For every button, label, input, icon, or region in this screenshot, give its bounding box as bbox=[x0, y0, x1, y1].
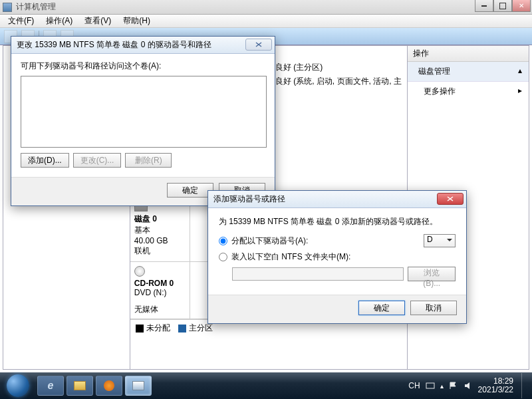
cdrom-name: CD-ROM 0 bbox=[134, 279, 186, 288]
tray-chevron-icon[interactable]: ▴ bbox=[440, 382, 444, 390]
titlebar[interactable]: 计算机管理 bbox=[0, 0, 532, 15]
close-button[interactable] bbox=[512, 0, 531, 12]
dialog2-title: 添加驱动器号或路径 bbox=[213, 194, 285, 205]
browse-button: 浏览(B)... bbox=[408, 267, 456, 281]
dialog1-title: 更改 15339 MB NTFS 简单卷 磁盘 0 的驱动器号和路径 bbox=[17, 39, 211, 51]
disk-0-info: 磁盘 0 基本 40.00 GB 联机 bbox=[130, 198, 190, 261]
volume-row[interactable]: 良好 (系统, 启动, 页面文件, 活动, 主 bbox=[273, 74, 404, 88]
dialog1-close-button[interactable] bbox=[245, 39, 272, 51]
action-disk-mgmt[interactable]: 磁盘管理▴ bbox=[408, 62, 529, 82]
cdrom-info: CD-ROM 0 DVD (N:) 无媒体 bbox=[130, 262, 190, 319]
disk-0-type: 基本 bbox=[134, 225, 186, 236]
legend-unallocated: 未分配 bbox=[136, 323, 170, 334]
taskbar-ie-icon[interactable]: e bbox=[37, 376, 64, 396]
start-button[interactable] bbox=[0, 372, 36, 399]
cdrom-status: 无媒体 bbox=[134, 304, 186, 315]
dialog2-close-button[interactable] bbox=[437, 193, 464, 205]
dialog2-ok-button[interactable]: 确定 bbox=[358, 301, 405, 315]
mount-folder-radio[interactable] bbox=[219, 253, 227, 261]
dialog1-ok-button[interactable]: 确定 bbox=[167, 183, 213, 198]
legend-primary: 主分区 bbox=[178, 323, 213, 334]
taskbar[interactable]: e CH ▴ 18:29 2021/3/22 bbox=[0, 372, 532, 399]
clock-date: 2021/3/22 bbox=[478, 386, 513, 394]
dialog1-titlebar[interactable]: 更改 15339 MB NTFS 简单卷 磁盘 0 的驱动器号和路径 bbox=[11, 37, 275, 54]
system-tray[interactable]: CH ▴ 18:29 2021/3/22 bbox=[404, 373, 532, 398]
taskbar-media-player-icon[interactable] bbox=[96, 376, 122, 396]
mount-folder-label[interactable]: 装入以下空白 NTFS 文件夹中(M): bbox=[231, 251, 456, 263]
show-desktop-button[interactable] bbox=[521, 373, 528, 398]
menu-view[interactable]: 查看(V) bbox=[79, 14, 116, 28]
tray-volume-icon[interactable] bbox=[464, 381, 473, 390]
add-drive-letter-dialog: 添加驱动器号或路径 为 15339 MB NTFS 简单卷 磁盘 0 添加新的驱… bbox=[207, 190, 467, 324]
taskbar-computer-mgmt[interactable] bbox=[125, 376, 152, 396]
maximize-button[interactable] bbox=[493, 0, 512, 12]
dialog2-cancel-button[interactable]: 取消 bbox=[410, 301, 457, 315]
dialog2-titlebar[interactable]: 添加驱动器号或路径 bbox=[208, 191, 466, 208]
volume-row[interactable]: 良好 (主分区) bbox=[273, 61, 404, 74]
cdrom-icon bbox=[134, 266, 145, 277]
menu-action[interactable]: 操作(A) bbox=[41, 14, 78, 28]
window-title: 计算机管理 bbox=[16, 1, 56, 13]
chevron-right-icon: ▸ bbox=[518, 86, 522, 95]
collapse-icon: ▴ bbox=[518, 66, 522, 75]
drive-paths-listbox[interactable] bbox=[21, 76, 267, 148]
disk-0-status: 联机 bbox=[134, 245, 186, 257]
minimize-button[interactable] bbox=[475, 0, 493, 12]
taskbar-explorer-icon[interactable] bbox=[66, 376, 93, 396]
menu-bar: 文件(F) 操作(A) 查看(V) 帮助(H) bbox=[0, 15, 532, 28]
assign-letter-radio[interactable] bbox=[219, 237, 227, 245]
tray-input-icon[interactable] bbox=[426, 381, 435, 390]
disk-0-name: 磁盘 0 bbox=[134, 213, 186, 225]
windows-logo-icon bbox=[7, 374, 29, 397]
actions-head: 操作 bbox=[408, 46, 529, 62]
svg-rect-0 bbox=[426, 383, 434, 388]
mount-path-input bbox=[232, 267, 404, 281]
assign-letter-label[interactable]: 分配以下驱动器号(A): bbox=[231, 235, 424, 247]
menu-help[interactable]: 帮助(H) bbox=[118, 14, 156, 28]
dialog2-description: 为 15339 MB NTFS 简单卷 磁盘 0 添加新的驱动器号或路径。 bbox=[219, 216, 456, 227]
menu-file[interactable]: 文件(F) bbox=[3, 14, 39, 28]
action-more[interactable]: 更多操作▸ bbox=[408, 82, 529, 101]
disk-0-size: 40.00 GB bbox=[134, 236, 186, 245]
app-icon bbox=[3, 3, 12, 12]
dialog1-label: 可用下列驱动器号和路径访问这个卷(A): bbox=[21, 61, 265, 72]
remove-button: 删除(R) bbox=[125, 153, 172, 168]
tray-flag-icon[interactable] bbox=[449, 381, 458, 390]
add-button[interactable]: 添加(D)... bbox=[21, 153, 69, 168]
cdrom-type: DVD (N:) bbox=[134, 288, 186, 297]
change-button: 更改(C)... bbox=[73, 153, 122, 168]
change-drive-letter-dialog: 更改 15339 MB NTFS 简单卷 磁盘 0 的驱动器号和路径 可用下列驱… bbox=[11, 36, 275, 206]
drive-letter-select[interactable]: D bbox=[424, 234, 456, 247]
clock[interactable]: 18:29 2021/3/22 bbox=[478, 377, 513, 394]
ime-indicator[interactable]: CH bbox=[408, 381, 420, 390]
